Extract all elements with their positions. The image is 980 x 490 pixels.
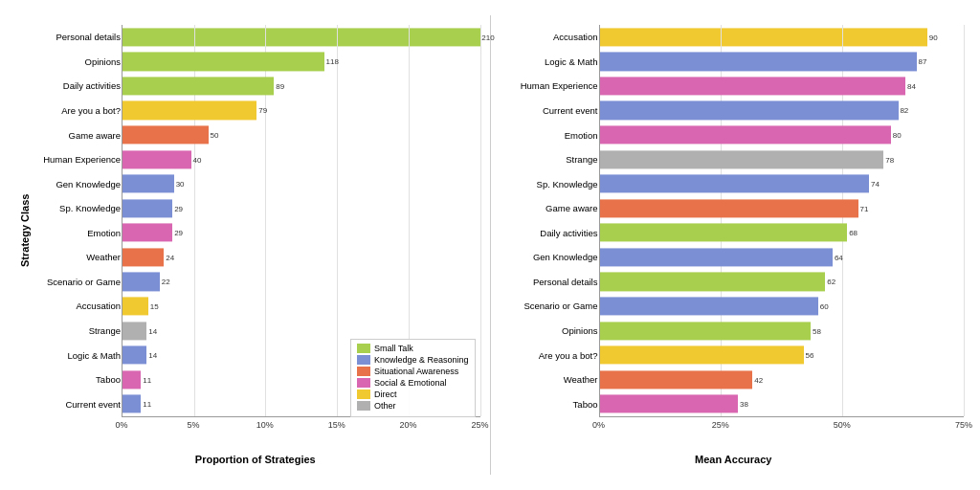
legend-color-swatch (357, 367, 370, 376)
bar-label: Strange (507, 154, 598, 165)
bar-value-label: 210 (481, 33, 494, 41)
bar-label: Weather (34, 252, 121, 262)
bar-value-label: 80 (893, 131, 902, 140)
bar-label: Logic & Math (507, 56, 598, 67)
table-row: 89Daily activities (122, 74, 480, 99)
legend-item: Small Talk (357, 344, 469, 353)
bar-value-label: 14 (148, 351, 157, 360)
legend-item: Social & Emotional (357, 378, 469, 388)
right-chart: 90Accusation87Logic & Math84Human Experi… (496, 15, 969, 475)
bar-value-label: 56 (805, 351, 813, 360)
bar (600, 248, 834, 266)
bar (122, 248, 164, 266)
left-x-ticks: 0%5%10%15%20%25% (122, 417, 480, 436)
bar (600, 322, 812, 340)
bar-label: Scenario or Game (507, 301, 598, 311)
bar (600, 224, 848, 242)
table-row: 210Personal details (122, 25, 480, 50)
bar-value-label: 24 (166, 253, 174, 261)
bar (122, 175, 174, 193)
bar-value-label: 79 (258, 106, 267, 115)
bar-value-label: 71 (860, 204, 869, 212)
bar-label: Human Experience (507, 80, 598, 91)
table-row: 29Sp. Knowledge (122, 196, 480, 221)
bar-label: Emotion (34, 228, 121, 238)
bar-label: Are you a bot? (507, 350, 598, 361)
table-row: 60Scenario or Game (600, 294, 965, 319)
table-row: 24Weather (122, 245, 480, 270)
bar-label: Strange (34, 325, 121, 336)
bar (600, 53, 917, 71)
table-row: 58Opinions (600, 319, 965, 344)
x-axis-tick: 25% (712, 420, 729, 430)
left-y-axis-label: Strategy Class (16, 25, 31, 436)
bar-label: Accusation (34, 301, 121, 311)
bar-label: Human Experience (34, 154, 121, 165)
bar (600, 370, 753, 389)
bar (122, 346, 146, 365)
bar (122, 28, 480, 46)
bar-value-label: 42 (754, 375, 763, 384)
bar (122, 224, 172, 242)
bar-value-label: 30 (176, 180, 185, 189)
table-row: 82Current event (600, 99, 965, 123)
bar (600, 150, 884, 168)
bar (600, 395, 739, 413)
bar (600, 77, 906, 95)
bar-label: Daily activities (34, 80, 121, 91)
bar (122, 322, 146, 340)
bar-label: Logic & Math (34, 350, 121, 361)
bar-value-label: 29 (174, 204, 183, 212)
table-row: 68Daily activities (600, 221, 965, 246)
bar-label: Personal details (34, 32, 121, 42)
charts-container: Strategy Class 210Personal details118Opi… (7, 6, 973, 484)
right-x-ticks: 0%25%50%75% (599, 417, 965, 436)
bar (122, 370, 141, 389)
bar-label: Emotion (507, 130, 598, 141)
bar (600, 273, 826, 291)
bar (122, 53, 324, 71)
bar-value-label: 40 (193, 155, 202, 164)
bar-value-label: 15 (150, 301, 159, 310)
table-row: 40Human Experience (122, 147, 480, 172)
bar-value-label: 11 (143, 400, 151, 409)
bar-label: Current event (507, 105, 598, 116)
table-row: 84Human Experience (600, 74, 965, 99)
legend-color-swatch (357, 390, 370, 399)
x-axis-tick: 50% (834, 420, 851, 430)
bar (600, 297, 818, 315)
legend-item: Knowledge & Reasoning (357, 355, 469, 365)
table-row: 118Opinions (122, 50, 480, 75)
bar-label: Are you a bot? (34, 105, 121, 116)
bar (122, 273, 160, 291)
legend-label: Knowledge & Reasoning (374, 355, 469, 365)
bar (600, 101, 899, 120)
bar-value-label: 89 (276, 81, 284, 90)
bar-value-label: 82 (900, 106, 908, 115)
bar-label: Sp. Knowledge (34, 203, 121, 213)
table-row: 42Weather (600, 368, 965, 392)
bar (600, 175, 870, 193)
legend-item: Other (357, 401, 469, 411)
x-axis-tick: 0% (592, 420, 605, 430)
bar-label: Weather (507, 374, 598, 385)
table-row: 22Scenario or Game (122, 270, 480, 295)
legend-color-swatch (357, 401, 370, 411)
left-chart: Strategy Class 210Personal details118Opi… (11, 15, 485, 475)
bar-value-label: 29 (174, 229, 183, 237)
x-axis-tick: 25% (471, 420, 488, 430)
bar (122, 125, 209, 144)
bar-label: Opinions (34, 56, 121, 67)
bar-label: Scenario or Game (34, 277, 121, 287)
bar-label: Taboo (507, 399, 598, 410)
bar-value-label: 14 (148, 326, 157, 335)
bar-value-label: 90 (929, 33, 938, 41)
bar-label: Accusation (507, 32, 598, 42)
right-bars-area: 90Accusation87Logic & Math84Human Experi… (599, 25, 965, 417)
table-row: 74Sp. Knowledge (600, 171, 965, 196)
legend-item: Direct (357, 390, 469, 399)
x-axis-tick: 20% (400, 420, 417, 430)
bar-value-label: 118 (326, 57, 339, 66)
bar-value-label: 60 (820, 301, 829, 310)
table-row: 62Personal details (600, 270, 965, 295)
